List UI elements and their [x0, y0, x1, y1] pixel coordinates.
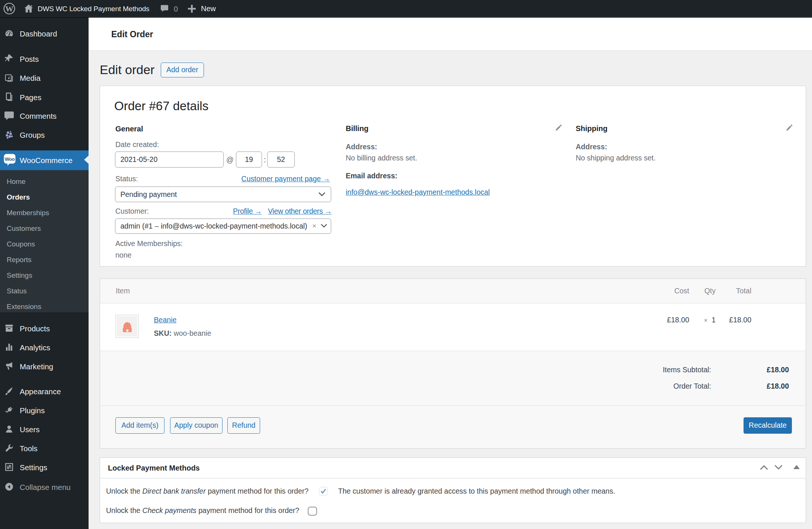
svg-text:Woo: Woo [4, 156, 15, 162]
svg-text:W: W [5, 4, 13, 13]
